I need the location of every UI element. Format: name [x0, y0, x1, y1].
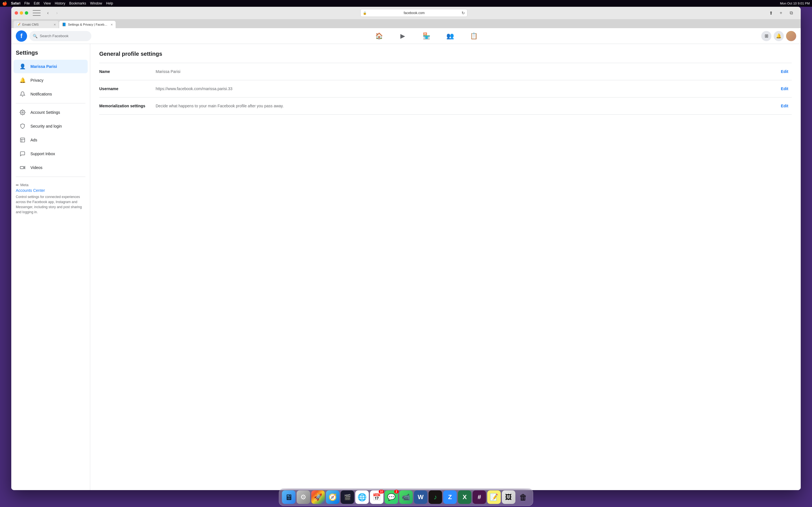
traffic-lights [15, 11, 28, 15]
tab-facebook-close[interactable]: ✕ [110, 23, 113, 26]
settings-section-title: General profile settings [99, 51, 406, 57]
forward-button[interactable]: › [53, 9, 61, 17]
menubar: 🍎 Safari File Edit View History Bookmark… [0, 0, 406, 7]
sidebar-divider-2 [16, 177, 86, 177]
settings-memorialization-value: Decide what happens to your main Faceboo… [156, 104, 406, 108]
menubar-edit[interactable]: Edit [34, 1, 40, 5]
close-window-button[interactable] [15, 11, 18, 15]
sidebar-item-videos-label: Videos [31, 165, 43, 170]
sidebar-item-security-label: Security and login [31, 124, 62, 128]
meta-label: Meta [20, 183, 29, 187]
facebook-logo-text: f [20, 33, 22, 40]
nav-center: 🏠 ▶ 🏪 👥 📋 [94, 29, 406, 43]
settings-name-value: Marissa Parisi [156, 69, 406, 74]
sidebar-item-profile-label: Marissa Parisi [31, 64, 57, 69]
menubar-view[interactable]: View [43, 1, 51, 5]
ads-icon [18, 135, 27, 145]
sidebar-item-profile[interactable]: 👤 Marissa Parisi [13, 60, 88, 73]
meta-symbol: ∞ [16, 182, 18, 187]
search-icon: 🔍 [33, 34, 38, 38]
profile-icon: 👤 [18, 62, 27, 71]
tab-facebook-favicon: 📘 [62, 22, 66, 26]
accounts-center-desc: Control settings for connected experienc… [16, 194, 86, 215]
sidebar-item-ads[interactable]: Ads [13, 133, 88, 147]
account-settings-icon [18, 108, 27, 117]
tab-emaki-title: Emaki CMS [22, 23, 52, 26]
settings-row-memorialization: Memorialization settings Decide what hap… [99, 98, 406, 115]
sidebar-toggle-button[interactable] [33, 10, 41, 16]
menubar-history[interactable]: History [55, 1, 65, 5]
meta-logo: ∞ Meta [16, 182, 86, 187]
notifications-icon [18, 90, 27, 99]
search-bar[interactable]: 🔍 Search Facebook [29, 31, 91, 41]
tab-facebook-title: Settings & Privacy | Facebook [68, 23, 109, 26]
videos-icon [18, 163, 27, 172]
menubar-left: 🍎 Safari File Edit View History Bookmark… [2, 1, 113, 6]
settings-username-value: https://www.facebook.com/marissa.parisi.… [156, 87, 406, 91]
sidebar-item-notifications-label: Notifications [31, 92, 52, 96]
sidebar-title: Settings [11, 47, 90, 59]
settings-name-label: Name [99, 69, 156, 74]
sidebar-item-privacy-label: Privacy [31, 78, 43, 82]
maximize-window-button[interactable] [25, 11, 28, 15]
settings-row-username: Username https://www.facebook.com/mariss… [99, 80, 406, 98]
accounts-center-link[interactable]: Accounts Center [16, 188, 86, 193]
svg-rect-2 [20, 166, 24, 169]
browser-window: ‹ › 🔒 facebook.com ↻ ⬆ + ⧉ 📝 [11, 7, 406, 253]
sidebar-item-support-inbox-label: Support Inbox [31, 152, 55, 156]
svg-rect-1 [20, 138, 25, 142]
facebook-app: f 🔍 Search Facebook 🏠 ▶ 🏪 👥 📋 ⊞ 🔔 [11, 28, 406, 253]
sidebar-item-account-settings[interactable]: Account Settings [13, 106, 88, 119]
settings-sidebar: Settings 👤 Marissa Parisi 🔔 Privacy [11, 44, 90, 253]
sidebar-item-videos[interactable]: Videos [13, 161, 88, 174]
meta-section: ∞ Meta Accounts Center Control settings … [11, 179, 90, 218]
tab-emaki[interactable]: 📝 Emaki CMS ✕ [13, 21, 59, 28]
support-inbox-icon [18, 149, 27, 158]
browser-titlebar: ‹ › 🔒 facebook.com ↻ ⬆ + ⧉ [11, 7, 406, 19]
sidebar-item-support-inbox[interactable]: Support Inbox [13, 147, 88, 161]
apple-menu[interactable]: 🍎 [2, 1, 7, 6]
sidebar-item-ads-label: Ads [31, 138, 37, 142]
nav-buttons: ‹ › [44, 9, 61, 17]
settings-row-name: Name Marissa Parisi Edit [99, 63, 406, 80]
sidebar-divider-1 [16, 103, 86, 103]
address-bar[interactable]: 🔒 facebook.com ↻ [360, 9, 406, 17]
svg-point-0 [22, 112, 23, 113]
menubar-window[interactable]: Window [90, 1, 102, 5]
settings-content: General profile settings Name Marissa Pa… [90, 44, 406, 253]
settings-memorialization-label: Memorialization settings [99, 104, 156, 108]
nav-home[interactable]: 🏠 [368, 29, 390, 43]
back-button[interactable]: ‹ [44, 9, 52, 17]
facebook-main: Settings 👤 Marissa Parisi 🔔 Privacy [11, 44, 406, 253]
sidebar-item-notifications[interactable]: Notifications [13, 87, 88, 101]
lock-icon: 🔒 [363, 11, 367, 15]
menubar-file[interactable]: File [24, 1, 30, 5]
address-bar-container: 🔒 facebook.com ↻ [63, 9, 406, 17]
sidebar-item-account-settings-label: Account Settings [31, 110, 60, 115]
sidebar-item-security[interactable]: Security and login [13, 119, 88, 133]
minimize-window-button[interactable] [20, 11, 23, 15]
search-placeholder: Search Facebook [40, 34, 68, 38]
facebook-logo[interactable]: f [16, 31, 27, 42]
privacy-icon: 🔔 [18, 76, 27, 85]
tab-facebook[interactable]: 📘 Settings & Privacy | Facebook ✕ [59, 21, 116, 28]
menubar-app-name[interactable]: Safari [11, 1, 20, 5]
tab-emaki-favicon: 📝 [16, 22, 20, 26]
browser-chrome: ‹ › 🔒 facebook.com ↻ ⬆ + ⧉ 📝 [11, 7, 406, 28]
security-icon [18, 122, 27, 131]
sidebar-item-privacy[interactable]: 🔔 Privacy [13, 73, 88, 87]
menubar-help[interactable]: Help [106, 1, 113, 5]
tab-bar: 📝 Emaki CMS ✕ 📘 Settings & Privacy | Fac… [11, 19, 406, 28]
facebook-nav: f 🔍 Search Facebook 🏠 ▶ 🏪 👥 📋 ⊞ 🔔 [11, 28, 406, 44]
nav-watch[interactable]: ▶ [391, 29, 406, 43]
tab-emaki-close[interactable]: ✕ [54, 23, 56, 26]
menubar-bookmarks[interactable]: Bookmarks [69, 1, 86, 5]
address-text: facebook.com [368, 11, 406, 15]
settings-username-label: Username [99, 87, 156, 91]
